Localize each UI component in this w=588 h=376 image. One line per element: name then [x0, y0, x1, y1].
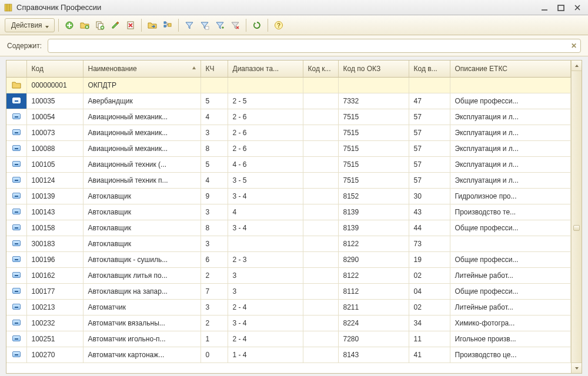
- cell-code: 100139: [26, 188, 83, 204]
- copy-button[interactable]: [93, 18, 107, 32]
- cell-range: [228, 236, 303, 251]
- cell-kodk: [303, 251, 338, 267]
- cell-kodk: [303, 93, 338, 109]
- table-row[interactable]: 100139Автоклавщик93 - 4815230Гидролизное…: [6, 188, 571, 204]
- item-icon: [12, 193, 21, 199]
- table-row[interactable]: 100143Автоклавщик34813943Производство те…: [6, 204, 571, 220]
- item-icon-cell: [6, 109, 26, 125]
- scroll-thumb[interactable]: [573, 225, 580, 231]
- cell-kodv: 43: [409, 204, 450, 220]
- cell-kodv: 02: [409, 267, 450, 283]
- cell-code: 300183: [26, 236, 83, 251]
- cell-range: 3 - 4: [228, 188, 303, 204]
- cell-kch: 2: [201, 315, 228, 331]
- filter-history-button[interactable]: [213, 18, 227, 32]
- table-row[interactable]: 100162Автоклавщик литья по...23812202Лит…: [6, 267, 571, 283]
- cell-okz: 8224: [338, 315, 409, 331]
- cell-kch: 3: [201, 299, 228, 315]
- search-input[interactable]: [52, 41, 569, 51]
- column-header-code[interactable]: Код: [26, 61, 83, 77]
- table-row[interactable]: 100124Авиационный техник п...43 - 575155…: [6, 172, 571, 188]
- cell-kodv: 57: [409, 156, 450, 172]
- help-button[interactable]: ?: [272, 18, 286, 32]
- add-folder-button[interactable]: [78, 18, 92, 32]
- scroll-up-button[interactable]: [572, 61, 582, 71]
- minimize-button[interactable]: [540, 3, 549, 12]
- table-row[interactable]: 100158Автоклавщик83 - 4813944Общие профе…: [6, 220, 571, 236]
- cell-desc: [450, 236, 571, 251]
- cell-desc: Эксплуатация и л...: [450, 156, 571, 172]
- actions-menu-button[interactable]: Действия: [5, 18, 55, 32]
- hierarchy-button[interactable]: [161, 18, 175, 32]
- scroll-down-button[interactable]: [572, 362, 582, 373]
- table-row[interactable]: 100196Автоклавщик - сушиль...62 - 382901…: [6, 251, 571, 267]
- cell-kodk: [303, 236, 338, 251]
- item-icon: [12, 98, 21, 103]
- cell-name: Автоклавщик: [83, 188, 201, 204]
- column-header-kodv[interactable]: Код в...: [409, 61, 450, 77]
- column-header-icon[interactable]: [6, 61, 26, 77]
- table-row[interactable]: 100073Авиационный механик...32 - 6751557…: [6, 125, 571, 140]
- cell-kch: 2: [201, 267, 228, 283]
- cell-kch: [201, 77, 228, 93]
- cell-okz: 7515: [338, 125, 409, 140]
- cell-code: 100196: [26, 251, 83, 267]
- refresh-button[interactable]: [250, 18, 264, 32]
- filter-by-value-button[interactable]: [198, 18, 212, 32]
- column-header-desc[interactable]: Описание ЕТКС: [450, 61, 571, 77]
- cell-kodv: 11: [409, 331, 450, 347]
- table-row[interactable]: 100177Автоклавщик на запар...73811204Общ…: [6, 283, 571, 299]
- cell-kodv: 73: [409, 236, 450, 251]
- cell-range: 2 - 5: [228, 93, 303, 109]
- toolbar-separator: [268, 19, 268, 32]
- item-icon-cell: [6, 188, 26, 204]
- svg-rect-22: [205, 26, 209, 29]
- cell-range: 2 - 4: [228, 331, 303, 347]
- close-button[interactable]: [573, 3, 582, 12]
- table-row[interactable]: 100251Автоматчик игольно-п...12 - 472801…: [6, 331, 571, 347]
- cell-code: 100035: [26, 93, 83, 109]
- add-button[interactable]: [62, 18, 76, 32]
- edit-button[interactable]: [108, 18, 122, 32]
- table-row[interactable]: 100054Авиационный механик...42 - 6751557…: [6, 109, 571, 125]
- table-row[interactable]: 100088Авиационный механик...82 - 6751557…: [6, 140, 571, 156]
- table-row[interactable]: 100213Автоматчик32 - 4821102Литейные раб…: [6, 299, 571, 315]
- table-row[interactable]: 100035Авербандщик52 - 5733247Общие профе…: [6, 93, 571, 109]
- cell-kodv: 47: [409, 93, 450, 109]
- svg-rect-0: [5, 4, 7, 11]
- table-row[interactable]: 100270Автоматчик картонаж...01 - 4814341…: [6, 347, 571, 362]
- cell-code: 100105: [26, 156, 83, 172]
- move-folder-button[interactable]: [145, 18, 159, 32]
- column-header-okz[interactable]: Код по ОКЗ: [338, 61, 409, 77]
- table-row[interactable]: 300183Автоклавщик3812273: [6, 236, 571, 251]
- cell-kodv: 57: [409, 125, 450, 140]
- item-icon-cell: [6, 315, 26, 331]
- delete-button[interactable]: [123, 18, 138, 32]
- cell-name: Автоклавщик: [83, 236, 201, 251]
- column-header-range[interactable]: Диапазон та...: [228, 61, 303, 77]
- clear-filter-button[interactable]: [228, 18, 242, 32]
- maximize-button[interactable]: [556, 3, 566, 12]
- item-icon: [12, 177, 21, 183]
- cell-kodv: 19: [409, 251, 450, 267]
- cell-kodv: 02: [409, 299, 450, 315]
- item-icon: [12, 240, 21, 246]
- cell-kodv: 44: [409, 220, 450, 236]
- cell-desc: Игольное произв...: [450, 331, 571, 347]
- column-header-kch[interactable]: КЧ: [201, 61, 228, 77]
- column-header-name[interactable]: Наименование: [83, 61, 201, 77]
- cell-kodk: [303, 77, 338, 93]
- vertical-scrollbar[interactable]: [571, 61, 582, 373]
- cell-kodk: [303, 109, 338, 125]
- column-header-kodk[interactable]: Код к...: [303, 61, 338, 77]
- toolbar-separator: [141, 19, 142, 32]
- table-row[interactable]: 100232Автоматчик вязальны...23 - 4822434…: [6, 315, 571, 331]
- cell-code: 100232: [26, 315, 83, 331]
- filter-button[interactable]: [182, 18, 196, 32]
- clear-search-button[interactable]: ✕: [569, 41, 579, 51]
- item-icon-cell: [6, 347, 26, 362]
- cell-kch: 8: [201, 140, 228, 156]
- table-row[interactable]: 100105Авиационный техник (...54 - 675155…: [6, 156, 571, 172]
- item-icon: [12, 351, 21, 357]
- table-row[interactable]: 000000001ОКПДТР: [6, 77, 571, 93]
